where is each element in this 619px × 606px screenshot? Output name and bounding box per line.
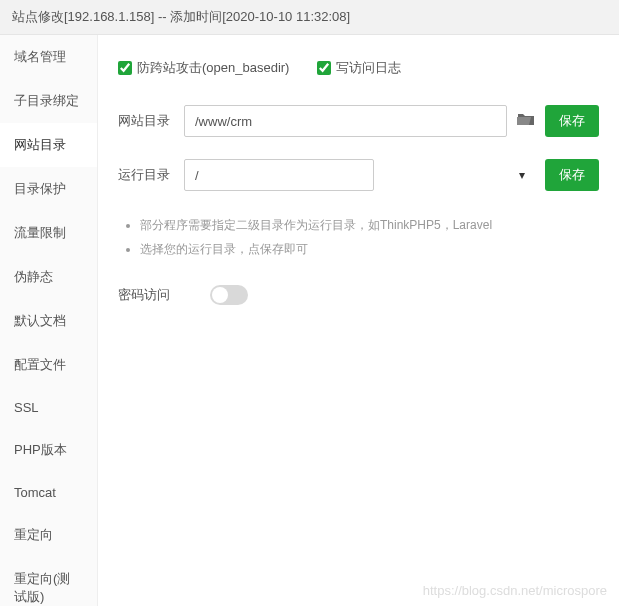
run-dir-save-button[interactable]: 保存: [545, 159, 599, 191]
folder-icon[interactable]: [517, 112, 535, 130]
checkbox-row: 防跨站攻击(open_basedir) 写访问日志: [118, 59, 599, 77]
checkbox-open-basedir-label: 防跨站攻击(open_basedir): [137, 59, 289, 77]
dialog-title: 站点修改[192.168.1.158] -- 添加时间[2020-10-10 1…: [12, 9, 350, 24]
sidebar-item-dirprotect[interactable]: 目录保护: [0, 167, 97, 211]
sidebar-item-defaultdoc[interactable]: 默认文档: [0, 299, 97, 343]
checkbox-open-basedir[interactable]: 防跨站攻击(open_basedir): [118, 59, 289, 77]
checkbox-access-log[interactable]: 写访问日志: [317, 59, 401, 77]
tip-line-1: 部分程序需要指定二级目录作为运行目录，如ThinkPHP5，Laravel: [140, 213, 599, 237]
run-dir-label: 运行目录: [118, 166, 174, 184]
tip-line-2: 选择您的运行目录，点保存即可: [140, 237, 599, 261]
sidebar-item-tomcat[interactable]: Tomcat: [0, 472, 97, 513]
run-dir-select-wrap[interactable]: [184, 159, 535, 191]
site-dir-save-button[interactable]: 保存: [545, 105, 599, 137]
sidebar-item-ssl[interactable]: SSL: [0, 387, 97, 428]
sidebar: 域名管理 子目录绑定 网站目录 目录保护 流量限制 伪静态 默认文档 配置文件 …: [0, 35, 98, 606]
sidebar-item-domain[interactable]: 域名管理: [0, 35, 97, 79]
main-panel: 防跨站攻击(open_basedir) 写访问日志 网站目录 保存 运行目录 保…: [98, 35, 619, 606]
site-dir-row: 网站目录 保存: [118, 105, 599, 137]
checkbox-access-log-input[interactable]: [317, 61, 331, 75]
sidebar-item-redirect[interactable]: 重定向: [0, 513, 97, 557]
watermark: https://blog.csdn.net/microspore: [423, 583, 607, 598]
sidebar-item-redirect-beta[interactable]: 重定向(测试版): [0, 557, 97, 606]
sidebar-item-sitedir[interactable]: 网站目录: [0, 123, 97, 167]
run-dir-select[interactable]: [184, 159, 374, 191]
password-access-toggle[interactable]: [210, 285, 248, 305]
tips-list: 部分程序需要指定二级目录作为运行目录，如ThinkPHP5，Laravel 选择…: [118, 213, 599, 261]
dialog-header: 站点修改[192.168.1.158] -- 添加时间[2020-10-10 1…: [0, 0, 619, 35]
password-access-label: 密码访问: [118, 286, 170, 304]
sidebar-item-rewrite[interactable]: 伪静态: [0, 255, 97, 299]
checkbox-open-basedir-input[interactable]: [118, 61, 132, 75]
password-access-row: 密码访问: [118, 285, 599, 305]
sidebar-item-subdir[interactable]: 子目录绑定: [0, 79, 97, 123]
sidebar-item-config[interactable]: 配置文件: [0, 343, 97, 387]
dialog-body: 域名管理 子目录绑定 网站目录 目录保护 流量限制 伪静态 默认文档 配置文件 …: [0, 35, 619, 606]
site-dir-input[interactable]: [184, 105, 507, 137]
checkbox-access-log-label: 写访问日志: [336, 59, 401, 77]
sidebar-item-traffic[interactable]: 流量限制: [0, 211, 97, 255]
sidebar-item-php[interactable]: PHP版本: [0, 428, 97, 472]
run-dir-row: 运行目录 保存: [118, 159, 599, 191]
site-dir-label: 网站目录: [118, 112, 174, 130]
